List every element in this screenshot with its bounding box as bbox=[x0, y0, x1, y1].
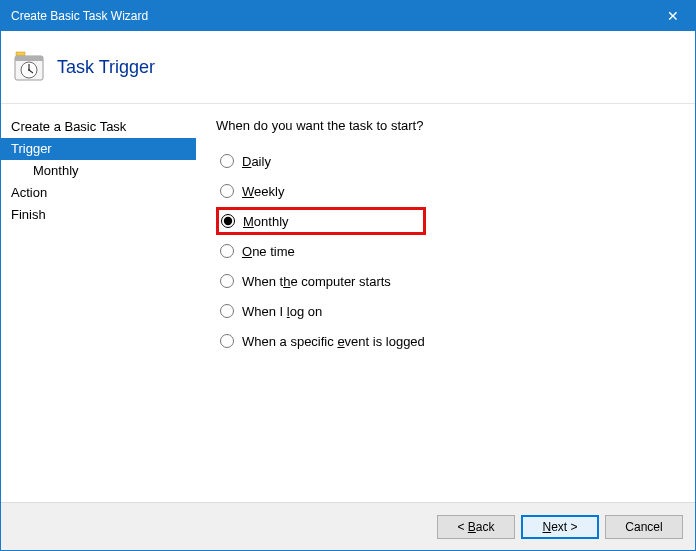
radio-monthly[interactable] bbox=[221, 214, 235, 228]
radio-event[interactable] bbox=[220, 334, 234, 348]
radio-daily[interactable] bbox=[220, 154, 234, 168]
radio-label-daily: Daily bbox=[242, 154, 271, 169]
radio-label-weekly: Weekly bbox=[242, 184, 284, 199]
radio-row-monthly[interactable]: Monthly bbox=[216, 207, 426, 235]
titlebar: Create Basic Task Wizard ✕ bbox=[1, 1, 695, 31]
window-title: Create Basic Task Wizard bbox=[11, 9, 148, 23]
radio-label-logon: When I log on bbox=[242, 304, 322, 319]
radio-label-event: When a specific event is logged bbox=[242, 334, 425, 349]
wizard-window: Create Basic Task Wizard ✕ Task Trigger … bbox=[0, 0, 696, 551]
svg-point-6 bbox=[28, 69, 30, 71]
chevron-left-icon: < bbox=[457, 520, 464, 534]
trigger-radio-group: Daily Weekly Monthly One time When the c bbox=[216, 147, 685, 357]
radio-label-onetime: One time bbox=[242, 244, 295, 259]
radio-computer-starts[interactable] bbox=[220, 274, 234, 288]
radio-onetime[interactable] bbox=[220, 244, 234, 258]
wizard-sidebar: Create a Basic Task Trigger Monthly Acti… bbox=[1, 104, 196, 502]
wizard-body: Create a Basic Task Trigger Monthly Acti… bbox=[1, 103, 695, 502]
sidebar-item-trigger[interactable]: Trigger bbox=[1, 138, 196, 160]
svg-rect-2 bbox=[15, 56, 43, 61]
radio-weekly[interactable] bbox=[220, 184, 234, 198]
radio-row-daily[interactable]: Daily bbox=[216, 147, 685, 175]
close-button[interactable]: ✕ bbox=[650, 1, 695, 31]
wizard-header: Task Trigger bbox=[1, 31, 695, 103]
radio-label-monthly: Monthly bbox=[243, 214, 289, 229]
task-scheduler-icon bbox=[11, 49, 47, 85]
sidebar-item-finish[interactable]: Finish bbox=[1, 204, 196, 226]
chevron-right-icon: > bbox=[571, 520, 578, 534]
radio-logon[interactable] bbox=[220, 304, 234, 318]
wizard-content: When do you want the task to start? Dail… bbox=[196, 104, 695, 502]
radio-row-weekly[interactable]: Weekly bbox=[216, 177, 685, 205]
radio-label-computer-starts: When the computer starts bbox=[242, 274, 391, 289]
sidebar-item-monthly[interactable]: Monthly bbox=[1, 160, 196, 182]
page-title: Task Trigger bbox=[57, 57, 155, 78]
sidebar-item-action[interactable]: Action bbox=[1, 182, 196, 204]
close-icon: ✕ bbox=[667, 8, 679, 24]
radio-row-logon[interactable]: When I log on bbox=[216, 297, 685, 325]
wizard-footer: < Back Next > Cancel bbox=[1, 502, 695, 550]
cancel-button[interactable]: Cancel bbox=[605, 515, 683, 539]
radio-row-onetime[interactable]: One time bbox=[216, 237, 685, 265]
radio-row-event[interactable]: When a specific event is logged bbox=[216, 327, 685, 355]
next-button[interactable]: Next > bbox=[521, 515, 599, 539]
radio-row-computer-starts[interactable]: When the computer starts bbox=[216, 267, 685, 295]
sidebar-item-create-task[interactable]: Create a Basic Task bbox=[1, 116, 196, 138]
trigger-question: When do you want the task to start? bbox=[216, 118, 685, 133]
back-button[interactable]: < Back bbox=[437, 515, 515, 539]
